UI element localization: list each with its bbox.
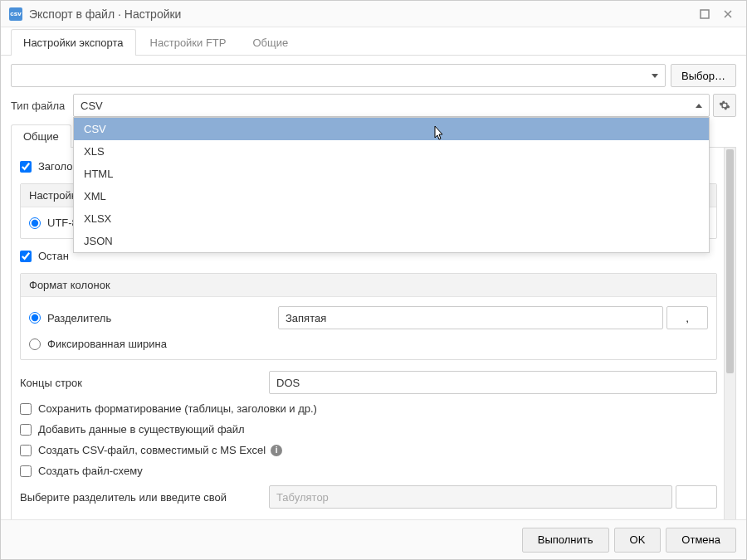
scrollbar-thumb[interactable] bbox=[726, 149, 734, 373]
file-type-row: Тип файла CSV CSV XLS HTML XML XLSX JSON bbox=[11, 94, 736, 117]
file-type-select-wrap: CSV CSV XLS HTML XML XLSX JSON bbox=[73, 94, 710, 117]
custom-delimiter-label: Выберите разделитель или введите свой bbox=[20, 491, 227, 504]
file-type-label: Тип файла bbox=[11, 100, 73, 112]
append-data-row: Добавить данные в существующий файл bbox=[20, 419, 717, 440]
ok-button[interactable]: OK bbox=[614, 528, 662, 553]
stop-checkbox[interactable] bbox=[20, 251, 32, 262]
gear-icon bbox=[719, 100, 730, 111]
delimiter-char-input[interactable] bbox=[666, 306, 708, 329]
tab-export-settings[interactable]: Настройки экспорта bbox=[11, 29, 136, 56]
panel-scrollbar[interactable] bbox=[724, 148, 735, 519]
file-type-dropdown: CSV XLS HTML XML XLSX JSON bbox=[73, 117, 710, 253]
line-endings-label: Концы строк bbox=[20, 377, 82, 389]
delimiter-select-value: Запятая bbox=[286, 312, 326, 324]
fixed-width-radio[interactable] bbox=[29, 338, 41, 350]
browse-button[interactable]: Выбор… bbox=[671, 64, 736, 87]
line-endings-row: Концы строк DOS bbox=[20, 367, 717, 398]
file-type-option-json[interactable]: JSON bbox=[74, 230, 709, 252]
line-endings-value: DOS bbox=[276, 377, 300, 389]
delimiter-select[interactable]: Запятая bbox=[278, 306, 663, 329]
save-formatting-checkbox[interactable] bbox=[20, 403, 32, 415]
delimiter-radio[interactable] bbox=[29, 312, 41, 324]
tab-general[interactable]: Общие bbox=[241, 29, 301, 56]
export-settings-window: csv Экспорт в файл · Настройки Настройки… bbox=[0, 0, 747, 560]
custom-delimiter-input[interactable] bbox=[676, 485, 717, 509]
chevron-up-icon bbox=[696, 104, 702, 108]
save-formatting-row: Сохранить форматирование (таблицы, загол… bbox=[20, 398, 717, 419]
file-type-option-xlsx[interactable]: XLSX bbox=[74, 207, 709, 230]
file-type-value: CSV bbox=[81, 100, 103, 112]
fixed-width-radio-label: Фиксированная ширина bbox=[47, 338, 167, 350]
schema-file-label: Создать файл-схему bbox=[38, 465, 143, 477]
delimiter-row: Разделитель Запятая bbox=[29, 302, 708, 334]
window-title: Экспорт в файл · Настройки bbox=[29, 7, 691, 21]
file-type-option-xml[interactable]: XML bbox=[74, 185, 709, 207]
file-type-option-xls[interactable]: XLS bbox=[74, 140, 709, 163]
dialog-body: Выбор… Тип файла CSV CSV XLS HTML XML XL… bbox=[1, 56, 746, 519]
line-endings-select[interactable]: DOS bbox=[269, 371, 717, 394]
column-format-title: Формат колонок bbox=[21, 274, 716, 297]
maximize-button[interactable] bbox=[695, 4, 715, 24]
delimiter-radio-label: Разделитель bbox=[47, 312, 111, 324]
save-formatting-label: Сохранить форматирование (таблицы, загол… bbox=[38, 402, 317, 415]
file-path-combo[interactable] bbox=[11, 64, 666, 87]
main-tabs: Настройки экспорта Настройки FTP Общие bbox=[1, 27, 746, 56]
schema-file-row: Создать файл-схему bbox=[20, 460, 717, 481]
file-type-option-html[interactable]: HTML bbox=[74, 163, 709, 185]
file-type-settings-button[interactable] bbox=[713, 94, 736, 117]
schema-file-checkbox[interactable] bbox=[20, 465, 32, 477]
dialog-footer: Выполнить OK Отмена bbox=[1, 519, 746, 559]
custom-delimiter-placeholder: Табулятор bbox=[276, 491, 329, 504]
append-data-checkbox[interactable] bbox=[20, 424, 32, 436]
subtab-general[interactable]: Общие bbox=[11, 124, 71, 148]
append-data-label: Добавить данные в существующий файл bbox=[38, 423, 245, 436]
file-path-combo-wrap bbox=[11, 64, 666, 87]
file-path-row: Выбор… bbox=[11, 64, 736, 87]
cancel-button[interactable]: Отмена bbox=[666, 528, 736, 553]
excel-csv-checkbox[interactable] bbox=[20, 445, 32, 456]
chevron-down-icon bbox=[652, 74, 658, 78]
file-type-select[interactable]: CSV bbox=[73, 94, 710, 117]
stop-checkbox-label: Остан bbox=[38, 250, 69, 262]
utf8-radio[interactable] bbox=[29, 217, 41, 229]
close-button[interactable] bbox=[718, 4, 738, 24]
titlebar: csv Экспорт в файл · Настройки bbox=[1, 1, 746, 27]
custom-delimiter-row: Выберите разделитель или введите свой Та… bbox=[20, 481, 717, 513]
header-checkbox[interactable] bbox=[20, 161, 32, 173]
excel-csv-row: Создать CSV-файл, совместимый с MS Excel… bbox=[20, 440, 717, 460]
execute-button[interactable]: Выполнить bbox=[522, 528, 609, 553]
info-icon[interactable]: i bbox=[271, 445, 282, 456]
custom-delimiter-select[interactable]: Табулятор bbox=[269, 485, 672, 509]
csv-file-icon: csv bbox=[9, 7, 22, 21]
header-checkbox-label: Заголо bbox=[38, 160, 72, 173]
tab-ftp-settings[interactable]: Настройки FTP bbox=[138, 29, 239, 56]
fixed-width-row: Фиксированная ширина bbox=[29, 334, 708, 354]
file-type-option-csv[interactable]: CSV bbox=[74, 118, 709, 140]
excel-csv-label: Создать CSV-файл, совместимый с MS Excel bbox=[38, 444, 266, 456]
svg-rect-0 bbox=[701, 10, 709, 18]
column-format-group: Формат колонок Разделитель Запятая bbox=[20, 273, 717, 360]
